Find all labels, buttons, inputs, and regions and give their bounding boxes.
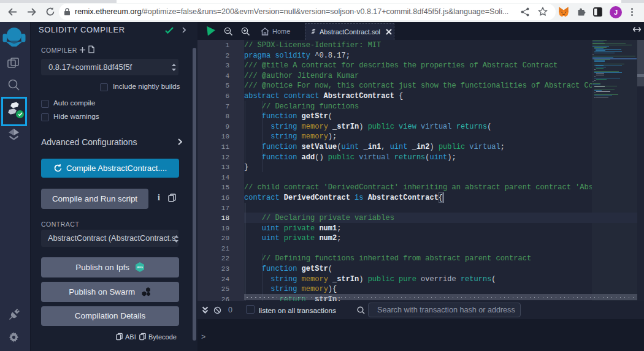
svg-text:IPFS: IPFS (137, 266, 143, 269)
